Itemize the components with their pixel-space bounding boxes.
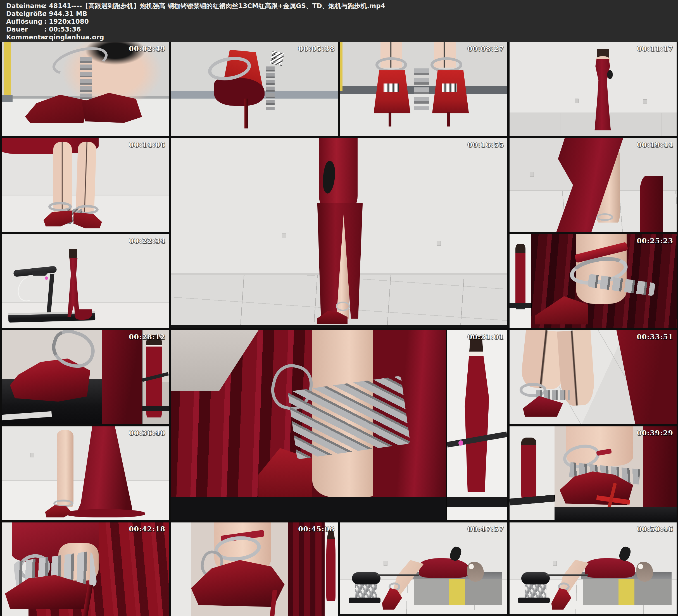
photo-shape [643,426,677,520]
photo-shape [530,172,534,177]
photo-shape [518,598,550,603]
metadata-label: Dateigröße [6,10,42,17]
video-thumbnail: 00:05:38 [171,42,338,136]
photo-shape [171,497,447,520]
metadata-row: Dateigröße : 944.31 MB [0,10,678,17]
thumbnail-timestamp: 00:02:49 [129,45,165,53]
metadata-label: Auflösung [6,17,42,26]
photo-shape [75,426,132,516]
photo-shape [44,210,72,227]
photo-shape [575,99,578,103]
photo-shape [510,614,677,616]
photo-shape [57,430,73,507]
video-thumbnail: 00:08:27 [340,42,507,136]
photo-shape [447,112,450,127]
photo-shape [336,302,350,311]
video-thumbnail: 00:25:23 [510,234,677,328]
metadata-value-filesize: 944.31 MB [49,10,678,17]
thumbnail-timestamp: 00:45:08 [298,525,335,533]
metadata-value-resolution: 1920x1080 [49,17,678,26]
photo-shape [352,572,380,584]
photo-shape [593,59,612,130]
metadata-label: Kommentar [6,33,42,41]
photo-shape [244,99,248,129]
photo-shape [547,574,588,576]
metadata-separator: : [42,10,49,17]
thumbnail-timestamp: 00:11:17 [637,45,673,53]
photo-shape [442,83,457,92]
photo-shape [214,78,264,106]
thumbnail-timestamp: 00:08:27 [467,45,504,53]
photo-shape [340,614,507,616]
video-thumbnail: 00:36:40 [2,426,169,520]
photo-shape [510,303,531,308]
metadata-row: Auflösung : 1920x1080 [0,17,678,26]
photo-shape [383,83,399,92]
metadata-row: Kommentar : qinglanhua.org [0,33,678,41]
photo-shape [419,558,469,578]
video-thumbnail: 00:22:34 [2,234,169,328]
photo-shape [349,598,380,603]
photo-shape [326,530,336,601]
photo-shape [521,572,550,584]
thumbnail-timestamp: 00:14:06 [129,141,165,149]
photo-shape [65,509,145,517]
metadata-separator: : [42,17,49,26]
video-thumbnail: 00:19:44 [510,138,677,232]
photo-shape [73,212,102,228]
video-thumbnail: 00:47:57 [340,523,507,616]
photo-shape [430,57,462,72]
photo-shape [383,561,387,566]
photo-shape [102,330,142,424]
thumbnail-timestamp: 00:25:23 [637,237,673,245]
photo-shape [374,70,411,114]
video-thumbnail-large: 00:16:55 [171,138,507,328]
metadata-value-duration: 00:53:36 [49,26,678,33]
photo-shape [4,42,11,95]
photo-shape [375,57,407,72]
video-thumbnail: 00:11:17 [510,42,677,136]
metadata-separator: : [42,26,49,33]
thumbnail-timestamp: 00:16:55 [467,141,504,149]
video-thumbnail: 00:33:51 [510,330,677,424]
photo-shape [266,67,275,110]
photo-shape [67,258,80,317]
thumbnail-timestamp: 00:36:40 [129,429,165,437]
photo-shape [583,579,672,605]
photo-shape [585,558,635,578]
photo-shape [510,113,677,136]
photo-shape [414,579,502,605]
photo-shape [2,95,12,102]
thumbnail-timestamp: 00:22:34 [129,237,165,245]
photo-shape [643,100,647,104]
photo-shape [521,437,536,500]
photo-shape [555,507,677,520]
photo-shape [142,406,169,411]
thumbnail-timestamp: 00:28:12 [129,333,165,341]
thumbnail-timestamp: 00:39:29 [637,429,673,437]
thumbnail-timestamp: 00:47:57 [467,525,504,533]
photo-shape [432,70,469,114]
photo-shape [596,213,613,221]
video-thumbnail: 00:50:46 [510,523,677,616]
video-contact-sheet: Dateiname : 48141----【高跟遇到跑步机】炮机强高 钢枷铐镣禁… [0,0,678,616]
photo-shape [525,584,547,600]
video-thumbnail: 00:45:08 [171,523,338,616]
thumbnail-timestamp: 00:19:44 [637,141,673,149]
photo-shape [288,523,325,616]
metadata-separator: : [42,33,49,41]
metadata-value-comment: qinglanhua.org [49,33,678,41]
metadata-value-filename: 48141----【高跟遇到跑步机】炮机强高 钢枷铐镣禁锢的红裙肉丝13CM红高… [49,2,678,10]
video-thumbnail: 00:39:29 [510,426,677,520]
metadata-header: Dateiname : 48141----【高跟遇到跑步机】炮机强高 钢枷铐镣禁… [0,0,678,42]
thumbnail-timestamp: 00:31:01 [467,333,504,341]
video-thumbnail: 00:14:06 [2,138,169,232]
photo-shape [32,271,47,276]
photo-shape [282,233,286,238]
video-thumbnail: 00:28:12 [2,330,169,424]
metadata-row: Dateiname : 48141----【高跟遇到跑步机】炮机强高 钢枷铐镣禁… [0,2,678,10]
photo-shape [377,574,419,576]
photo-shape [414,68,429,110]
photo-shape [270,50,284,66]
thumbnail-timestamp: 00:33:51 [637,333,673,341]
